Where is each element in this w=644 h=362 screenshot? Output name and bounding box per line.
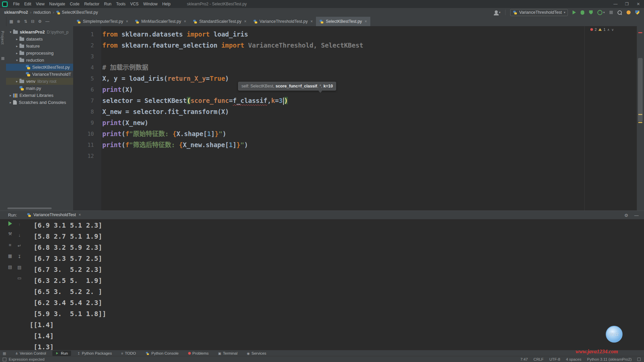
menu-view[interactable]: View <box>34 2 47 6</box>
warning-stripe-mark[interactable] <box>638 122 642 123</box>
menu-file[interactable]: File <box>11 2 22 6</box>
chevron-right-icon[interactable]: ▸ <box>14 44 19 48</box>
status-python-interpreter[interactable]: Python 3.11 (sklearnPro2) <box>587 357 632 361</box>
tool-window-button-services[interactable]: ◉Services <box>244 351 269 356</box>
chevron-right-icon[interactable]: ▸ <box>14 51 19 55</box>
tree-item-datasets[interactable]: ▸datasets <box>6 36 73 43</box>
console-output[interactable]: [6.9 3.1 5.1 2.3] [5.8 2.7 5.1 1.9] [6.8… <box>30 220 634 350</box>
hide-panel-icon[interactable]: — <box>634 213 639 218</box>
tool-window-button-version-control[interactable]: ⋔Version Control <box>12 351 49 356</box>
menu-window[interactable]: Window <box>141 2 160 6</box>
code-editor[interactable]: 1from sklearn.datasets import load_iris2… <box>73 26 637 210</box>
menu-refactor[interactable]: Refactor <box>82 2 102 6</box>
menu-navigate[interactable]: Navigate <box>47 2 67 6</box>
bookmark-icon[interactable] <box>1 57 4 60</box>
maximize-icon[interactable]: ❐ <box>621 2 633 6</box>
hide-panel-icon[interactable]: — <box>45 19 49 24</box>
editor-tab-simpleimputertest-py[interactable]: SimpleImputerTest.py× <box>73 17 131 26</box>
editor-tab-minmaxscalertest-py[interactable]: MinMaxScalerTest.py× <box>131 17 190 26</box>
tree-item-selectkbesttest-py[interactable]: SelectKBestTest.py <box>6 64 73 71</box>
menu-run[interactable]: Run <box>102 2 114 6</box>
tree-item-feature[interactable]: ▸feature <box>6 43 73 50</box>
tool-window-button-python-packages[interactable]: ↥Python Packages <box>74 351 115 356</box>
down-stack-trace-icon[interactable]: ↓ <box>18 232 21 238</box>
settings-wrench-icon[interactable]: ⚒ <box>8 231 12 237</box>
collapse-all-icon[interactable]: ⊟ <box>31 19 34 24</box>
close-icon[interactable]: ✕ <box>633 2 644 6</box>
run-configuration-select[interactable]: VarianceThresholdTest ▾ <box>510 9 568 16</box>
tree-item-scratches-and-consoles[interactable]: ▸Scratches and Consoles <box>6 99 73 106</box>
chevron-down-icon[interactable]: ▾ <box>14 58 19 62</box>
error-stripe-mark[interactable] <box>638 32 642 33</box>
status-file-encoding[interactable]: UTF-8 <box>549 357 560 361</box>
restore-layout-icon[interactable]: ▦ <box>8 253 12 259</box>
tool-window-button-problems[interactable]: Problems <box>185 351 212 356</box>
tree-item-main-py[interactable]: main.py <box>6 85 73 92</box>
clear-all-icon[interactable]: ▭ <box>17 275 21 281</box>
breadcrumb-item-reduction[interactable]: reduction <box>34 10 51 15</box>
debug-button[interactable] <box>581 10 584 15</box>
up-stack-trace-icon[interactable]: ↑ <box>18 221 21 228</box>
run-tab[interactable]: VarianceThresholdTest × <box>24 210 84 220</box>
close-icon[interactable]: × <box>126 19 128 24</box>
menu-code[interactable]: Code <box>67 2 82 6</box>
gear-icon[interactable]: ⚙ <box>624 213 628 218</box>
close-icon[interactable]: × <box>310 19 313 24</box>
close-icon[interactable]: × <box>244 19 247 24</box>
tool-window-button-todo[interactable]: ≡TODO <box>118 351 139 356</box>
locate-file-icon[interactable]: ⊗ <box>17 19 20 24</box>
tool-window-button-run[interactable]: Run <box>52 351 71 356</box>
tool-window-button-python-console[interactable]: Python Console <box>142 351 181 356</box>
tool-window-switcher-icon[interactable]: ▦ <box>3 351 6 356</box>
close-icon[interactable]: × <box>365 19 367 24</box>
editor-tab-variancethresholdtest-py[interactable]: VarianceThresholdTest.py× <box>250 17 316 26</box>
chevron-down-icon[interactable]: ▾ <box>8 30 13 34</box>
next-issue-icon[interactable]: ∨ <box>611 28 614 32</box>
scrollbar-thumb[interactable] <box>638 58 643 122</box>
breadcrumb-item-sklearnpro2[interactable]: sklearnPro2 <box>4 10 28 15</box>
tool-window-button-terminal[interactable]: ▣Terminal <box>215 351 240 356</box>
tree-item-reduction[interactable]: ▾reduction <box>6 57 73 64</box>
tree-item-variancethresholdt[interactable]: VarianceThresholdT <box>6 71 73 78</box>
horizontal-scrollbar[interactable] <box>7 207 52 209</box>
menu-vcs[interactable]: VCS <box>128 2 141 6</box>
chevron-right-icon[interactable]: ▸ <box>8 94 13 97</box>
status-line-ending[interactable]: CRLF <box>534 357 544 361</box>
chevron-right-icon[interactable]: ▸ <box>8 101 13 104</box>
minimize-icon[interactable]: — <box>610 2 621 6</box>
chevron-right-icon[interactable]: ▸ <box>14 79 19 83</box>
tree-item-preprocessing[interactable]: ▸preprocessing <box>6 50 73 57</box>
tree-item-external-libraries[interactable]: ▸External Libraries <box>6 92 73 99</box>
status-caret-position[interactable]: 7:47 <box>520 357 528 361</box>
gift-icon[interactable] <box>627 10 631 14</box>
inspections-widget[interactable]: 2 1 ∧ ∨ <box>590 27 614 32</box>
print-icon[interactable]: ▤ <box>17 264 21 270</box>
profiler-button[interactable]: ▾ <box>597 10 605 15</box>
run-button[interactable] <box>573 10 576 14</box>
gear-icon[interactable]: ⚙ <box>38 19 42 24</box>
chevron-right-icon[interactable]: ▸ <box>14 37 19 41</box>
coverage-button[interactable] <box>589 10 593 14</box>
prev-issue-icon[interactable]: ∧ <box>607 28 609 32</box>
breadcrumb-item-selectkbesttest-py[interactable]: SelectKBestTest.py <box>56 10 98 15</box>
project-tool-button[interactable]: Project <box>1 31 5 45</box>
tree-item-sklearnpro2[interactable]: ▾sklearnPro2D:\python_p <box>6 28 73 36</box>
stop-icon[interactable]: ■ <box>9 242 11 248</box>
project-view-icon[interactable]: ▦ <box>9 19 13 24</box>
close-icon[interactable]: × <box>184 19 186 24</box>
pin-icon[interactable]: ▤ <box>8 264 12 270</box>
editor-tab-selectkbesttest-py[interactable]: SelectKBestTest.py× <box>316 17 370 26</box>
menu-help[interactable]: Help <box>160 2 173 6</box>
scroll-to-end-icon[interactable]: ↧ <box>18 253 21 260</box>
rerun-icon[interactable] <box>8 221 12 226</box>
editor-tab-standardscalertest-py[interactable]: StandardScalerTest.py× <box>190 17 250 26</box>
menu-tools[interactable]: Tools <box>114 2 128 6</box>
sort-icon[interactable]: ⇅ <box>24 19 27 24</box>
menu-edit[interactable]: Edit <box>22 2 34 6</box>
editor-scrollbar-stripe[interactable] <box>637 26 644 210</box>
search-everywhere-icon[interactable] <box>618 10 622 15</box>
tree-item-venv[interactable]: ▸venvlibrary root <box>6 78 73 85</box>
ide-settings-icon[interactable] <box>635 10 639 15</box>
soft-wrap-icon[interactable]: ↵ <box>18 243 21 249</box>
status-indent-style[interactable]: 4 spaces <box>566 357 581 361</box>
